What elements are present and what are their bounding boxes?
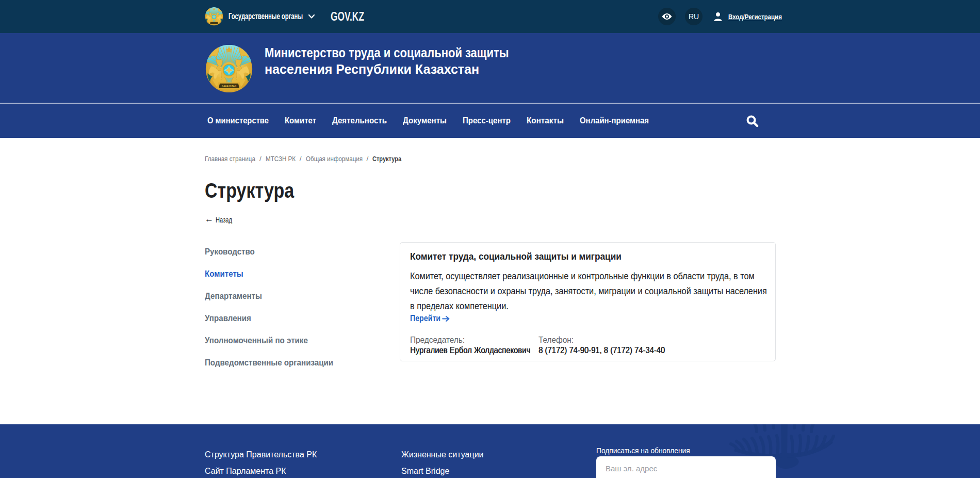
svg-text:QAZAQSTAN: QAZAQSTAN: [222, 85, 236, 87]
